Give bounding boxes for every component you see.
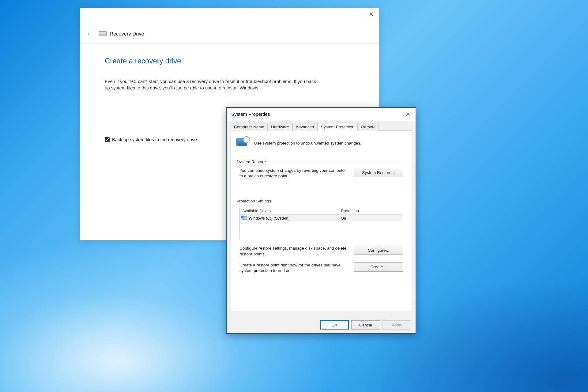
tabpanel-system-protection: Use system protection to undo unwanted s… bbox=[231, 130, 412, 311]
sysprops-titlebar: System Properties bbox=[227, 108, 416, 121]
recovery-header: ← Recovery Drive bbox=[80, 24, 379, 44]
protection-settings-section: Available Drives Protection Windows (C:)… bbox=[236, 207, 406, 277]
tab-remote[interactable]: Remote bbox=[358, 123, 379, 131]
close-icon bbox=[406, 112, 410, 116]
close-icon bbox=[369, 12, 373, 16]
protection-settings-label-text: Protection Settings bbox=[236, 199, 271, 203]
drive-protection-status: On bbox=[341, 216, 403, 221]
sysprops-body: Computer Name Hardware Advanced System P… bbox=[227, 121, 416, 333]
configure-description: Configure restore settings, manage disk … bbox=[239, 246, 348, 257]
system-properties-window: System Properties Computer Name Hardware… bbox=[226, 107, 416, 334]
close-button[interactable] bbox=[400, 108, 416, 121]
col-available-drives: Available Drives bbox=[240, 209, 341, 213]
close-button[interactable] bbox=[364, 8, 379, 20]
create-description: Create a restore point right now for the… bbox=[239, 262, 348, 273]
tab-advanced[interactable]: Advanced bbox=[292, 123, 318, 131]
recovery-titlebar bbox=[80, 8, 379, 24]
protection-settings-section-label: Protection Settings bbox=[236, 199, 406, 203]
protection-intro: Use system protection to undo unwanted s… bbox=[236, 136, 406, 150]
sysprops-title: System Properties bbox=[231, 111, 270, 117]
system-restore-description: You can undo system changes by reverting… bbox=[239, 168, 348, 179]
recovery-description: Even if your PC can't start, you can use… bbox=[105, 78, 319, 91]
system-protection-icon bbox=[236, 136, 250, 150]
system-restore-section: You can undo system changes by reverting… bbox=[236, 168, 406, 182]
drives-table-header: Available Drives Protection bbox=[240, 207, 403, 215]
tab-computer-name[interactable]: Computer Name bbox=[231, 123, 268, 131]
system-restore-button[interactable]: System Restore... bbox=[354, 168, 403, 177]
cancel-button[interactable]: Cancel bbox=[351, 320, 380, 330]
table-row[interactable]: Windows (C:) (System) On bbox=[240, 215, 403, 221]
system-restore-section-label: System Restore bbox=[236, 160, 406, 164]
dialog-buttons: OK Cancel Apply bbox=[320, 320, 411, 330]
create-button[interactable]: Create... bbox=[354, 262, 403, 272]
divider bbox=[268, 162, 406, 162]
backup-checkbox[interactable] bbox=[105, 137, 110, 142]
drive-icon bbox=[99, 31, 107, 36]
back-arrow-icon: ← bbox=[86, 30, 93, 38]
protection-intro-text: Use system protection to undo unwanted s… bbox=[254, 141, 361, 145]
tabstrip: Computer Name Hardware Advanced System P… bbox=[231, 121, 412, 130]
ok-button[interactable]: OK bbox=[320, 320, 349, 330]
tab-system-protection[interactable]: System Protection bbox=[318, 123, 358, 131]
system-restore-label-text: System Restore bbox=[236, 160, 266, 164]
drive-name: Windows (C:) (System) bbox=[249, 216, 290, 221]
drive-icon bbox=[242, 216, 247, 220]
col-protection: Protection bbox=[341, 209, 403, 213]
drives-table: Available Drives Protection Windows (C:)… bbox=[239, 207, 403, 240]
apply-button[interactable]: Apply bbox=[383, 320, 411, 330]
recovery-heading: Create a recovery drive bbox=[105, 57, 354, 65]
recovery-window-title: Recovery Drive bbox=[110, 31, 144, 37]
configure-button[interactable]: Configure... bbox=[354, 246, 403, 255]
backup-checkbox-label: Back up system files to the recovery dri… bbox=[112, 137, 198, 142]
divider bbox=[273, 201, 406, 201]
tab-hardware[interactable]: Hardware bbox=[268, 123, 292, 131]
